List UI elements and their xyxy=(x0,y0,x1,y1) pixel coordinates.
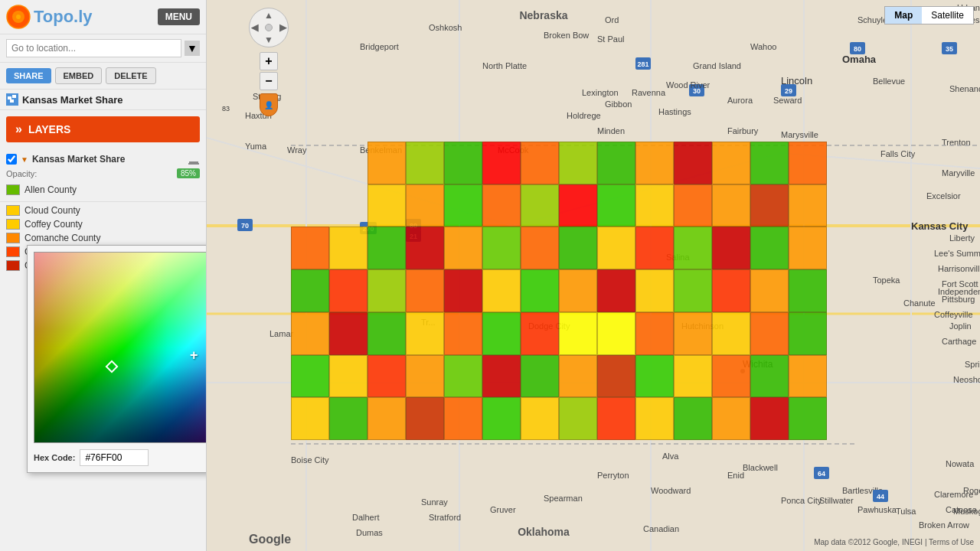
delete-button[interactable]: DELETE xyxy=(106,67,155,84)
heatmap-cell-24[interactable] xyxy=(674,184,712,227)
heatmap-cell-4[interactable] xyxy=(444,142,482,184)
heatmap-cell-43[interactable] xyxy=(329,269,368,312)
heatmap-cell-6[interactable] xyxy=(521,142,559,184)
layer-edit-icon[interactable] xyxy=(188,153,200,165)
layers-button[interactable]: » LAYERS xyxy=(6,116,200,142)
heatmap-cell-76[interactable] xyxy=(521,355,559,398)
heatmap-cell-1[interactable] xyxy=(329,142,368,184)
heatmap-cell-38[interactable] xyxy=(674,227,712,269)
heatmap-cell-11[interactable] xyxy=(712,142,750,184)
heatmap-cell-12[interactable] xyxy=(750,142,789,184)
heatmap-cell-50[interactable] xyxy=(597,269,635,312)
nav-right-arrow[interactable]: ▶ xyxy=(279,22,286,33)
heatmap-cell-21[interactable] xyxy=(559,184,597,227)
heatmap-cell-49[interactable] xyxy=(559,269,597,312)
search-input[interactable] xyxy=(6,39,181,57)
zoom-in-button[interactable]: + xyxy=(260,52,278,70)
heatmap-cell-90[interactable] xyxy=(521,397,559,440)
heatmap-cell-71[interactable] xyxy=(329,355,368,398)
heatmap-cell-18[interactable] xyxy=(444,184,482,227)
heatmap-cell-3[interactable] xyxy=(406,142,444,184)
heatmap-cell-37[interactable] xyxy=(635,227,674,269)
coffey-county-color[interactable] xyxy=(6,219,20,230)
heatmap-cell-44[interactable] xyxy=(368,269,406,312)
heatmap-cell-28[interactable] xyxy=(291,227,329,269)
heatmap-cell-41[interactable] xyxy=(789,227,827,269)
heatmap-cell-83[interactable] xyxy=(789,355,827,398)
heatmap-cell-5[interactable] xyxy=(482,142,521,184)
heatmap-cell-53[interactable] xyxy=(712,269,750,312)
heatmap-cell-55[interactable] xyxy=(789,269,827,312)
heatmap-cell-39[interactable] xyxy=(712,227,750,269)
heatmap-cell-54[interactable] xyxy=(750,269,789,312)
embed-button[interactable]: EMBED xyxy=(55,67,103,84)
heatmap-cell-14[interactable] xyxy=(291,184,329,227)
heatmap-cell-81[interactable] xyxy=(712,355,750,398)
heatmap-cell-58[interactable] xyxy=(368,312,406,355)
heatmap-cell-31[interactable] xyxy=(406,227,444,269)
map-type-map-button[interactable]: Map xyxy=(885,7,922,24)
comanche-county-color[interactable] xyxy=(6,233,20,243)
heatmap-cell-20[interactable] xyxy=(521,184,559,227)
heatmap-cell-10[interactable] xyxy=(674,142,712,184)
zoom-out-button[interactable]: − xyxy=(260,72,278,90)
heatmap-cell-29[interactable] xyxy=(329,227,368,269)
heatmap-cell-85[interactable] xyxy=(329,397,368,440)
hex-code-input[interactable] xyxy=(80,449,149,466)
cowley-county-color[interactable] xyxy=(6,246,20,257)
search-icon-button[interactable]: ▼ xyxy=(185,41,200,56)
layer-checkbox[interactable] xyxy=(6,154,17,165)
heatmap-cell-7[interactable] xyxy=(559,142,597,184)
heatmap-cell-62[interactable] xyxy=(521,312,559,355)
county-item-comanche[interactable]: Comanche County xyxy=(6,231,200,245)
heatmap-cell-25[interactable] xyxy=(712,184,750,227)
heatmap-cell-52[interactable] xyxy=(674,269,712,312)
heatmap-cell-30[interactable] xyxy=(368,227,406,269)
heatmap-cell-88[interactable] xyxy=(444,397,482,440)
heatmap-cell-16[interactable] xyxy=(368,184,406,227)
heatmap-cell-78[interactable] xyxy=(597,355,635,398)
heatmap-cell-95[interactable] xyxy=(712,397,750,440)
county-item-coffey[interactable]: Coffey County xyxy=(6,217,200,231)
heatmap-cell-22[interactable] xyxy=(597,184,635,227)
heatmap-cell-65[interactable] xyxy=(635,312,674,355)
heatmap-cell-61[interactable] xyxy=(482,312,521,355)
heatmap-cell-35[interactable] xyxy=(559,227,597,269)
heatmap-cell-32[interactable] xyxy=(444,227,482,269)
heatmap-cell-97[interactable] xyxy=(789,397,827,440)
heatmap-cell-19[interactable] xyxy=(482,184,521,227)
heatmap-cell-47[interactable] xyxy=(482,269,521,312)
heatmap-cell-75[interactable] xyxy=(482,355,521,398)
heatmap-cell-34[interactable] xyxy=(521,227,559,269)
heatmap-cell-42[interactable] xyxy=(291,269,329,312)
nav-left-arrow[interactable]: ◀ xyxy=(251,22,258,33)
heatmap-cell-91[interactable] xyxy=(559,397,597,440)
heatmap-cell-89[interactable] xyxy=(482,397,521,440)
heatmap-cell-92[interactable] xyxy=(597,397,635,440)
share-button[interactable]: SHARE xyxy=(6,68,51,83)
heatmap-cell-13[interactable] xyxy=(789,142,827,184)
nav-control[interactable]: ▲ ▼ ◀ ▶ xyxy=(249,8,289,47)
heatmap-cell-69[interactable] xyxy=(789,312,827,355)
heatmap-cell-36[interactable] xyxy=(597,227,635,269)
heatmap-cell-84[interactable] xyxy=(291,397,329,440)
heatmap-cell-45[interactable] xyxy=(406,269,444,312)
heatmap-cell-82[interactable] xyxy=(750,355,789,398)
heatmap-cell-74[interactable] xyxy=(444,355,482,398)
heatmap-cell-59[interactable] xyxy=(406,312,444,355)
heatmap-cell-72[interactable] xyxy=(368,355,406,398)
color-picker-canvas[interactable]: + xyxy=(34,252,207,443)
heatmap-cell-77[interactable] xyxy=(559,355,597,398)
heatmap-cell-23[interactable] xyxy=(635,184,674,227)
heatmap-cell-48[interactable] xyxy=(521,269,559,312)
heatmap-cell-56[interactable] xyxy=(291,312,329,355)
heatmap-cell-73[interactable] xyxy=(406,355,444,398)
heatmap-cell-8[interactable] xyxy=(597,142,635,184)
heatmap-cell-51[interactable] xyxy=(635,269,674,312)
heatmap-cell-40[interactable] xyxy=(750,227,789,269)
heatmap-cell-46[interactable] xyxy=(444,269,482,312)
menu-button[interactable]: MENU xyxy=(158,8,200,25)
heatmap-cell-9[interactable] xyxy=(635,142,674,184)
heatmap-cell-68[interactable] xyxy=(750,312,789,355)
heatmap-cell-17[interactable] xyxy=(406,184,444,227)
